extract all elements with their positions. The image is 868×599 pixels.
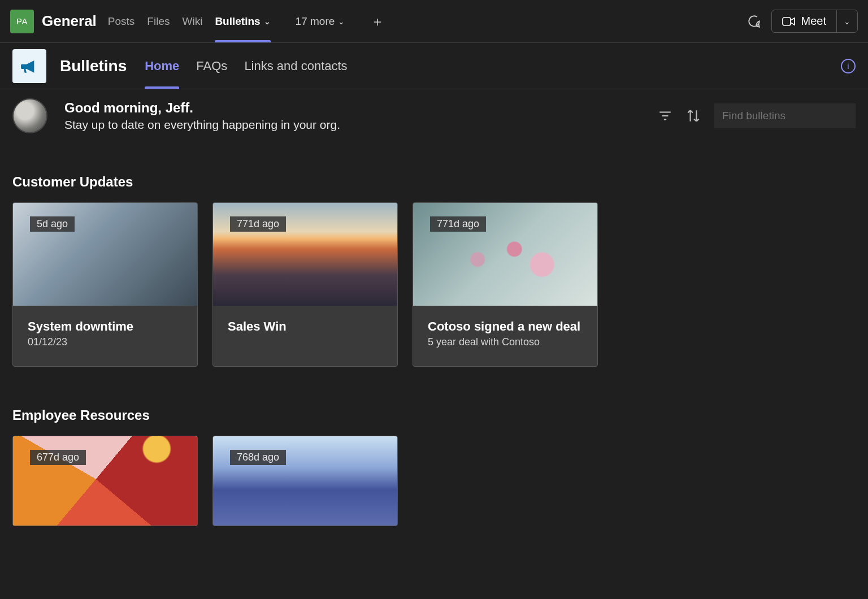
svg-rect-0 <box>783 18 791 25</box>
bulletin-card[interactable]: 771d ago Cotoso signed a new deal 5 year… <box>413 202 598 367</box>
meet-label: Meet <box>801 15 826 28</box>
bulletin-card[interactable]: 771d ago Sales Win <box>212 202 398 367</box>
meet-button-group: Meet ⌄ <box>771 10 858 33</box>
channel-name[interactable]: General <box>42 12 97 30</box>
channel-tabs: Posts Files Wiki Bulletins ⌄ 17 more ⌄ ＋ <box>108 0 387 42</box>
card-title: Cotoso signed a new deal <box>428 319 583 334</box>
user-avatar[interactable] <box>12 98 47 133</box>
more-tabs-label: 17 more <box>296 15 335 28</box>
team-avatar[interactable]: PA <box>10 10 34 33</box>
card-title: Sales Win <box>228 319 383 334</box>
video-icon <box>782 16 796 27</box>
search-box[interactable] <box>714 103 856 128</box>
chevron-down-icon: ⌄ <box>264 17 271 26</box>
card-row: 5d ago System downtime 01/12/23 771d ago… <box>12 202 856 367</box>
app-tab-faqs[interactable]: FAQs <box>196 43 227 89</box>
tab-posts[interactable]: Posts <box>108 0 135 42</box>
card-image: 771d ago <box>413 203 597 306</box>
section-title: Customer Updates <box>12 174 856 190</box>
age-badge: 677d ago <box>30 450 86 465</box>
greeting-row: Good morning, Jeff. Stay up to date on e… <box>0 89 868 133</box>
more-tabs[interactable]: 17 more ⌄ <box>296 15 345 28</box>
tab-bulletins[interactable]: Bulletins ⌄ <box>215 0 270 42</box>
card-image: 677d ago <box>13 436 197 526</box>
search-input[interactable] <box>722 110 856 122</box>
card-sub: 01/12/23 <box>28 336 183 348</box>
card-image: 768d ago <box>213 436 397 526</box>
filter-icon[interactable] <box>658 108 672 123</box>
card-row: 677d ago 768d ago <box>12 436 856 526</box>
meet-button[interactable]: Meet <box>772 10 836 32</box>
bulletin-card[interactable]: 677d ago <box>12 436 198 526</box>
add-tab-button[interactable]: ＋ <box>368 12 387 31</box>
card-title: System downtime <box>28 319 183 334</box>
age-badge: 768d ago <box>230 450 286 465</box>
chevron-down-icon: ⌄ <box>844 17 850 26</box>
card-image: 771d ago <box>213 203 397 306</box>
bulletin-card[interactable]: 5d ago System downtime 01/12/23 <box>12 202 198 367</box>
app-tab-home[interactable]: Home <box>145 43 179 89</box>
tab-bulletins-label: Bulletins <box>215 15 260 28</box>
bulletin-card[interactable]: 768d ago <box>212 436 398 526</box>
app-header: Bulletins Home FAQs Links and contacts i <box>0 43 868 89</box>
greeting-hello: Good morning, Jeff. <box>64 100 340 116</box>
card-image: 5d ago <box>13 203 197 306</box>
greeting-sub: Stay up to date on everything happening … <box>64 118 340 132</box>
section-title: Employee Resources <box>12 407 856 423</box>
greeting-text: Good morning, Jeff. Stay up to date on e… <box>64 100 340 132</box>
meet-dropdown[interactable]: ⌄ <box>836 10 857 32</box>
age-badge: 771d ago <box>230 216 286 232</box>
megaphone-icon <box>18 55 41 77</box>
app-title: Bulletins <box>60 57 127 75</box>
section-employee-resources: Employee Resources 677d ago 768d ago <box>0 407 868 526</box>
age-badge: 5d ago <box>30 216 75 232</box>
bulletins-app-icon <box>12 49 46 83</box>
card-sub: 5 year deal with Contoso <box>428 336 583 348</box>
chevron-down-icon: ⌄ <box>338 17 345 26</box>
tab-wiki[interactable]: Wiki <box>182 0 202 42</box>
section-customer-updates: Customer Updates 5d ago System downtime … <box>0 174 868 367</box>
tab-files[interactable]: Files <box>147 0 170 42</box>
app-tabs: Home FAQs Links and contacts <box>145 43 347 89</box>
info-icon[interactable]: i <box>841 59 856 73</box>
channel-header: PA General Posts Files Wiki Bulletins ⌄ … <box>0 0 868 43</box>
app-tab-links[interactable]: Links and contacts <box>244 43 347 89</box>
sort-icon[interactable] <box>686 108 701 123</box>
age-badge: 771d ago <box>430 216 486 232</box>
chat-icon[interactable] <box>747 14 761 29</box>
